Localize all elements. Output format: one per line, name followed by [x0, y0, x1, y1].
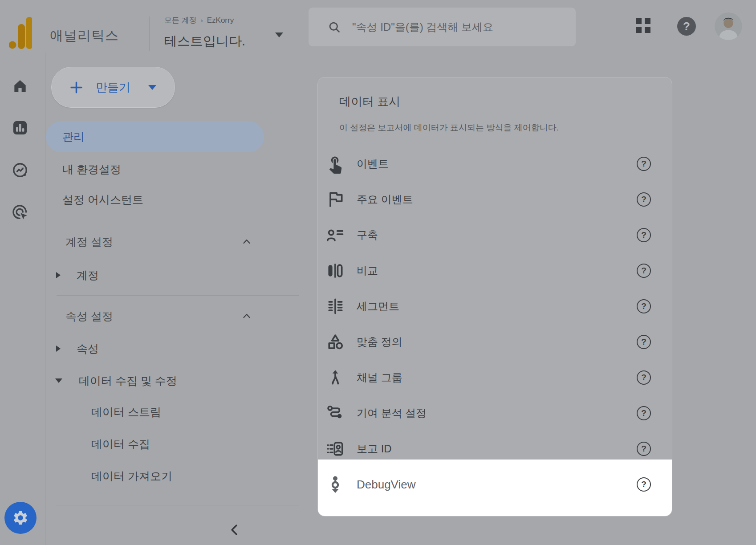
- breadcrumb[interactable]: 모든 계정 › EzKorry: [164, 15, 234, 25]
- advertising-icon[interactable]: [12, 204, 28, 221]
- card-row-key-events[interactable]: 주요 이벤트 ?: [317, 182, 672, 217]
- channel-group-icon: [325, 368, 345, 387]
- nav-item-property[interactable]: 속성: [77, 342, 99, 356]
- create-button-label: 만들기: [96, 80, 130, 95]
- breadcrumb-separator-icon: ›: [201, 16, 203, 24]
- nav-item-setup-assistant[interactable]: 설정 어시스턴트: [62, 192, 143, 207]
- analytics-logo[interactable]: [9, 17, 32, 49]
- card-row-custom-definitions[interactable]: 맞춤 정의 ?: [317, 324, 672, 360]
- divider: [57, 505, 299, 505]
- card-row-reporting-identity[interactable]: 보고 ID ?: [317, 431, 672, 467]
- nav-item-data-streams[interactable]: 데이터 스트림: [91, 405, 161, 419]
- search-input[interactable]: [341, 20, 576, 34]
- row-label[interactable]: 이벤트: [357, 157, 389, 171]
- explore-icon[interactable]: [12, 162, 28, 179]
- tree-expand-icon[interactable]: [56, 272, 61, 278]
- collapse-panel-icon[interactable]: [228, 524, 241, 536]
- row-label[interactable]: 구축: [357, 228, 378, 242]
- chevron-up-icon[interactable]: [242, 237, 251, 246]
- avatar[interactable]: [715, 12, 742, 40]
- card-row-audiences[interactable]: 구축 ?: [317, 217, 672, 253]
- flag-icon: [325, 190, 345, 209]
- nav-item-data-collection[interactable]: 데이터 수집 및 수정: [79, 374, 177, 388]
- row-label[interactable]: 보고 ID: [357, 442, 392, 456]
- row-label[interactable]: DebugView: [357, 478, 416, 492]
- nav-item-admin-label[interactable]: 관리: [62, 130, 85, 144]
- nav-item-my-preferences[interactable]: 내 환경설정: [62, 162, 121, 177]
- row-label[interactable]: 채널 그룹: [357, 370, 402, 385]
- create-dropdown-caret-icon[interactable]: [148, 85, 156, 90]
- help-icon[interactable]: ?: [637, 157, 651, 171]
- home-icon[interactable]: [12, 77, 28, 94]
- help-icon[interactable]: ?: [637, 228, 651, 242]
- ga-admin-page: 애널리틱스 모든 계정 › EzKorry 테스트입니다. ?: [0, 0, 756, 545]
- reports-icon[interactable]: [12, 119, 28, 136]
- card-row-segments[interactable]: 세그먼트 ?: [317, 289, 672, 324]
- divider: [57, 295, 299, 296]
- search-bar[interactable]: [309, 8, 576, 46]
- property-switcher-caret-icon[interactable]: [275, 33, 283, 37]
- debugview-icon: [325, 475, 345, 494]
- header-help-icon[interactable]: ?: [677, 17, 696, 36]
- card-subtitle: 이 설정은 보고서에 데이터가 표시되는 방식을 제어합니다.: [339, 122, 559, 134]
- section-property-settings[interactable]: 속성 설정: [65, 309, 113, 324]
- property-name[interactable]: 테스트입니다.: [164, 33, 245, 50]
- section-account-settings[interactable]: 계정 설정: [65, 235, 113, 249]
- breadcrumb-account[interactable]: EzKorry: [207, 16, 234, 24]
- row-label[interactable]: 주요 이벤트: [357, 192, 413, 207]
- create-button[interactable]: 만들기: [51, 67, 175, 108]
- card-row-debugview[interactable]: DebugView ?: [317, 467, 672, 502]
- help-icon[interactable]: ?: [637, 370, 651, 385]
- help-icon[interactable]: ?: [637, 192, 651, 207]
- row-label[interactable]: 세그먼트: [357, 299, 399, 313]
- shapes-icon: [325, 332, 345, 352]
- help-icon[interactable]: ?: [637, 264, 651, 278]
- help-icon[interactable]: ?: [637, 299, 651, 313]
- row-label[interactable]: 기여 분석 설정: [357, 406, 427, 420]
- card-row-channel-groups[interactable]: 채널 그룹 ?: [317, 360, 672, 395]
- card-title: 데이터 표시: [339, 94, 400, 110]
- chevron-up-icon[interactable]: [242, 312, 251, 321]
- card-row-events[interactable]: 이벤트 ?: [317, 146, 672, 182]
- rail-divider: [45, 53, 45, 545]
- apps-grid-icon[interactable]: [636, 18, 651, 33]
- route-icon: [325, 403, 345, 423]
- card-row-attribution-settings[interactable]: 기여 분석 설정 ?: [317, 395, 672, 431]
- help-icon[interactable]: ?: [637, 477, 651, 492]
- tree-collapse-icon[interactable]: [55, 378, 62, 383]
- header-divider: [149, 16, 150, 51]
- nav-item-account[interactable]: 계정: [77, 268, 99, 283]
- badge-icon: [325, 439, 345, 459]
- plus-icon: [69, 81, 83, 94]
- help-icon[interactable]: ?: [637, 335, 651, 349]
- product-name: 애널리틱스: [50, 27, 119, 45]
- divider: [57, 222, 299, 222]
- admin-settings-button[interactable]: [4, 502, 37, 534]
- row-label[interactable]: 비교: [357, 264, 378, 278]
- gear-icon: [12, 509, 29, 526]
- nav-item-data-import[interactable]: 데이터 수집: [91, 437, 150, 451]
- touch-icon: [325, 154, 345, 174]
- person-list-icon: [325, 225, 345, 245]
- help-icon[interactable]: ?: [637, 406, 651, 420]
- row-label[interactable]: 맞춤 정의: [357, 335, 402, 349]
- segment-icon: [325, 297, 345, 316]
- compare-icon: [325, 261, 345, 281]
- card-row-comparisons[interactable]: 비교 ?: [317, 253, 672, 289]
- tree-expand-icon[interactable]: [56, 346, 61, 352]
- breadcrumb-all-accounts[interactable]: 모든 계정: [164, 15, 197, 25]
- search-icon: [328, 21, 341, 33]
- nav-item-data-import-2[interactable]: 데이터 가져오기: [91, 469, 172, 484]
- help-icon[interactable]: ?: [637, 442, 651, 456]
